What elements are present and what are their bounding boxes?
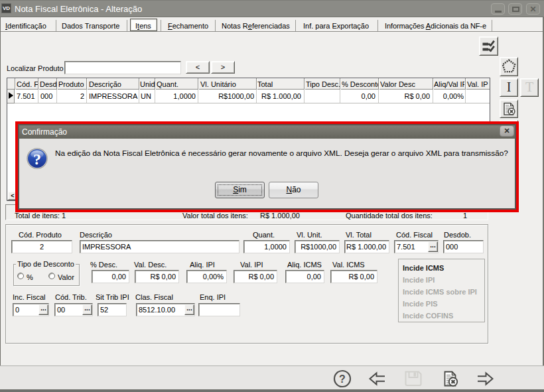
svg-text:?: ? [339, 373, 346, 385]
svg-text:?: ? [33, 151, 41, 168]
